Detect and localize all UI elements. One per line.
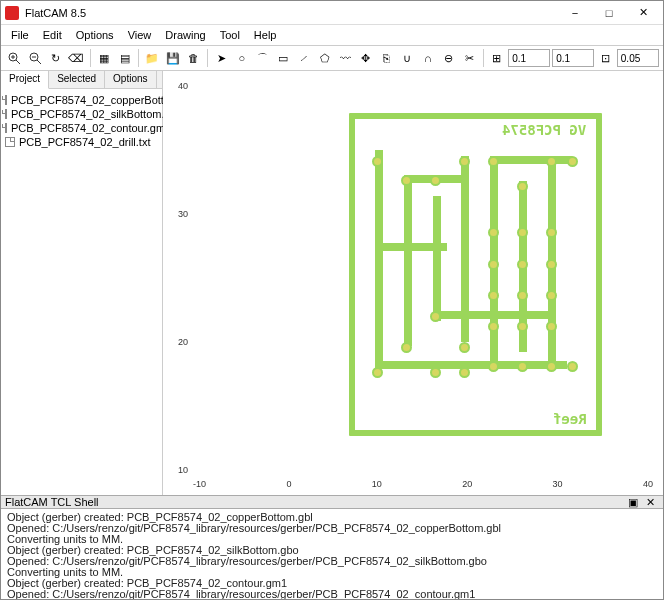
tab-options[interactable]: Options [105,71,156,88]
cut-icon[interactable]: ✂ [460,48,479,68]
zoom-in-icon[interactable] [5,48,24,68]
file-list: PCB_PCF8574_02_copperBottom.gbl PCB_PCF8… [1,89,162,495]
intersection-icon[interactable]: ∩ [419,48,438,68]
file-label: PCB_PCF8574_02_contour.gm1 [11,122,171,134]
list-item[interactable]: PCB_PCF8574_02_drill.txt [5,135,158,149]
zoom-out-icon[interactable] [26,48,45,68]
canvas[interactable]: VG PCF8574 Reef [163,71,663,495]
union-icon[interactable]: ∪ [398,48,417,68]
subtract-icon[interactable]: ⊖ [439,48,458,68]
snap-icon[interactable]: ⊡ [596,48,615,68]
tab-project[interactable]: Project [1,71,49,89]
list-item[interactable]: PCB_PCF8574_02_copperBottom.gbl [5,93,158,107]
shell-header: FlatCAM TCL Shell ▣ ✕ [1,495,663,509]
app-icon [5,6,19,20]
sidebar-tabs: Project Selected Options Tool [1,71,162,89]
tab-selected[interactable]: Selected [49,71,105,88]
pointer-icon[interactable]: ➤ [212,48,231,68]
shell-close-icon[interactable]: ✕ [642,496,659,509]
x-axis: -10010203040 [193,479,653,489]
shell-line: Opened: C:/Users/renzo/git/PCF8574_libra… [7,589,657,599]
clear-icon[interactable]: ⌫ [67,48,86,68]
file-icon [5,109,7,119]
copy-icon[interactable]: ⎘ [377,48,396,68]
edit-icon[interactable]: ▤ [115,48,134,68]
file-icon [5,123,7,133]
rect-icon[interactable]: ▭ [274,48,293,68]
menu-tool[interactable]: Tool [214,27,246,43]
path-icon[interactable]: 〰 [336,48,355,68]
shell-undock-icon[interactable]: ▣ [624,496,642,509]
snap-input[interactable] [617,49,659,67]
tcl-shell[interactable]: Object (gerber) created: PCB_PCF8574_02_… [1,509,663,599]
circle-icon[interactable]: ○ [232,48,251,68]
toolbar: ↻ ⌫ ▦ ▤ 📁 💾 🗑 ➤ ○ ⌒ ▭ ⟋ ⬠ 〰 ✥ ⎘ ∪ ∩ ⊖ ✂ … [1,45,663,71]
file-label: PCB_PCF8574_02_drill.txt [19,136,150,148]
app-title: FlatCAM 8.5 [25,7,559,19]
maximize-button[interactable]: □ [593,3,625,23]
menu-options[interactable]: Options [70,27,120,43]
silk-text-top: VG PCF8574 [502,122,586,138]
file-icon [5,137,15,147]
shell-title: FlatCAM TCL Shell [5,496,99,508]
minimize-button[interactable]: − [559,3,591,23]
grid-y-input[interactable] [552,49,594,67]
menu-file[interactable]: File [5,27,35,43]
move-icon[interactable]: ✥ [357,48,376,68]
save-icon[interactable]: 💾 [164,48,183,68]
menu-help[interactable]: Help [248,27,283,43]
list-item[interactable]: PCB_PCF8574_02_silkBottom.gbo [5,107,158,121]
grid-x-input[interactable] [508,49,550,67]
delete-icon[interactable]: 🗑 [184,48,203,68]
new-icon[interactable]: ▦ [95,48,114,68]
svg-line-5 [37,60,41,64]
close-button[interactable]: ✕ [627,3,659,23]
pcb-board: VG PCF8574 Reef [349,113,602,436]
svg-line-1 [16,60,20,64]
sidebar: Project Selected Options Tool PCB_PCF857… [1,71,163,495]
titlebar: FlatCAM 8.5 − □ ✕ [1,1,663,25]
menu-view[interactable]: View [122,27,158,43]
polygon-icon[interactable]: ⬠ [315,48,334,68]
polyline-icon[interactable]: ⟋ [295,48,314,68]
file-icon [5,95,7,105]
open-icon[interactable]: 📁 [143,48,162,68]
menu-drawing[interactable]: Drawing [159,27,211,43]
silk-text-bottom: Reef [553,411,587,427]
grid-icon[interactable]: ⊞ [487,48,506,68]
arc-icon[interactable]: ⌒ [253,48,272,68]
menu-edit[interactable]: Edit [37,27,68,43]
file-label: PCB_PCF8574_02_silkBottom.gbo [11,108,183,120]
menubar: File Edit Options View Drawing Tool Help [1,25,663,45]
list-item[interactable]: PCB_PCF8574_02_contour.gm1 [5,121,158,135]
y-axis: 10203040 [168,81,188,475]
refresh-icon[interactable]: ↻ [46,48,65,68]
